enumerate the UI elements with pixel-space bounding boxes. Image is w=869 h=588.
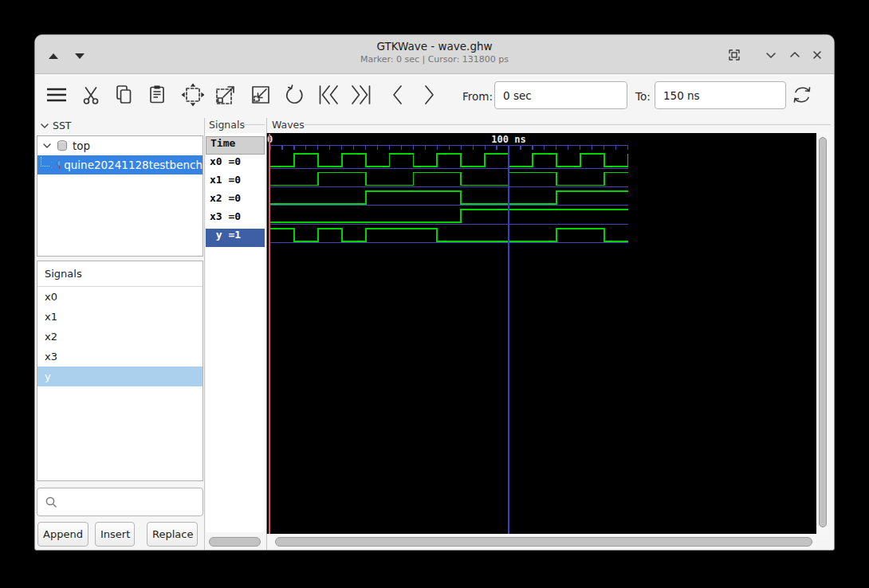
chevron-down-icon [764,48,778,62]
screen-background: { "window": { "title": "GTKWave - wave.g… [0,0,869,588]
reload-button[interactable] [790,81,814,108]
tree-item-top[interactable]: top [37,136,203,155]
names-hscrollbar-thumb[interactable] [209,537,261,547]
fit-to-window-button[interactable] [725,46,743,64]
waves-hscrollbar-thumb[interactable] [275,537,812,547]
signals-list-header: Signals [37,261,203,287]
window-down-button[interactable] [762,46,780,64]
toolbar: From: To: [35,74,834,118]
pane-divider[interactable] [204,118,205,550]
chevron-left-icon [386,81,410,108]
window-title: GTKWave - wave.ghw [35,40,834,53]
undo-arrow-icon [281,82,305,108]
skip-to-start-icon [316,81,340,108]
step-back-button[interactable] [386,81,410,108]
svg-text:100 ns: 100 ns [491,134,525,145]
from-label: From: [462,90,493,103]
titlebar: GTKWave - wave.ghw Marker: 0 sec | Curso… [35,35,834,74]
signal-name-row[interactable]: x2 =0 [206,192,265,210]
skip-to-start-button[interactable] [316,81,340,108]
zoom-out-button[interactable] [248,81,272,108]
titlebar-center: GTKWave - wave.ghw Marker: 0 sec | Curso… [35,40,834,65]
frame-line [243,124,265,125]
signal-name-rows: x0 =0x1 =0x2 =0x3 =0 y =1 [206,155,265,247]
chevron-down-icon [40,122,49,130]
chevron-up-icon [788,48,802,62]
scissors-icon [79,83,103,107]
cut-button[interactable] [79,81,103,108]
from-input[interactable] [494,81,627,109]
waves-frame-label: Waves [272,119,305,131]
signal-names-frame-label: Signals [209,119,245,131]
sst-expander[interactable]: SST [40,120,72,131]
undo-button[interactable] [281,81,305,108]
chevron-right-icon [417,81,441,108]
skip-to-end-button[interactable] [348,81,372,108]
copy-button[interactable] [112,81,136,108]
zoom-in-button[interactable] [213,81,237,108]
insert-button[interactable]: Insert [95,522,135,547]
signal-name-row[interactable]: x3 =0 [206,210,265,229]
tree-connector [41,157,49,167]
tree-item-label: quine20241128testbench [64,159,203,171]
copy-icon [112,83,136,107]
paste-button[interactable] [145,81,169,108]
window-subtitle: Marker: 0 sec | Cursor: 131800 ps [35,54,834,65]
to-label: To: [635,90,651,103]
module-icon [56,159,60,171]
signal-list-item[interactable]: x1 [37,307,203,327]
time-header[interactable]: Time [206,136,265,155]
signal-name-row[interactable]: x0 =0 [206,155,265,174]
search-icon [45,496,58,509]
signal-name-row[interactable]: x1 =0 [206,174,265,192]
chevron-right-icon[interactable] [49,160,52,170]
signal-list-item[interactable]: x3 [37,347,203,367]
zoom-out-icon [248,82,272,108]
to-input[interactable] [655,81,786,109]
skip-to-end-icon [348,81,372,108]
menu-button[interactable] [43,81,70,108]
hamburger-menu-icon [44,83,69,107]
chevron-down-icon[interactable] [42,142,52,150]
zoom-fit-icon [180,82,204,108]
waves-vscrollbar-thumb[interactable] [819,137,827,527]
signal-list-item[interactable]: x0 [37,287,203,307]
close-button[interactable] [808,46,826,64]
frame-line [305,124,831,125]
signal-name-row[interactable]: y =1 [206,229,265,247]
sst-label: SST [53,120,72,131]
database-icon [56,139,69,152]
window-up-button[interactable] [786,46,804,64]
paste-clipboard-icon [145,83,169,107]
tree-item-label: top [73,139,90,152]
waves-hscrollbar[interactable] [269,535,816,548]
app-window: GTKWave - wave.ghw Marker: 0 sec | Curso… [35,35,834,550]
waves-vscrollbar[interactable] [816,133,829,539]
zoom-in-icon [213,82,237,108]
waveform-plot: 0100 ns [267,133,816,534]
fit-to-window-icon [726,47,742,63]
zoom-fit-button[interactable] [180,81,204,108]
close-icon [810,48,824,62]
signal-names-panel: Time x0 =0x1 =0x2 =0x3 =0 y =1 [206,133,265,532]
sst-tree: top quine20241128testbench [37,135,203,257]
signals-list-panel: Signals x0x1x2x3y [37,261,203,481]
step-forward-button[interactable] [417,81,441,108]
signal-list-item[interactable]: y [37,367,203,386]
wave-canvas[interactable]: 0100 ns [266,133,816,534]
replace-button[interactable]: Replace [147,522,198,547]
tree-item-testbench[interactable]: quine20241128testbench [37,155,203,174]
reload-icon [790,83,814,107]
signal-list-item[interactable]: x2 [37,327,203,347]
signals-list: x0x1x2x3y [37,287,203,386]
signal-search-box[interactable] [37,488,203,516]
append-button[interactable]: Append [37,522,88,547]
